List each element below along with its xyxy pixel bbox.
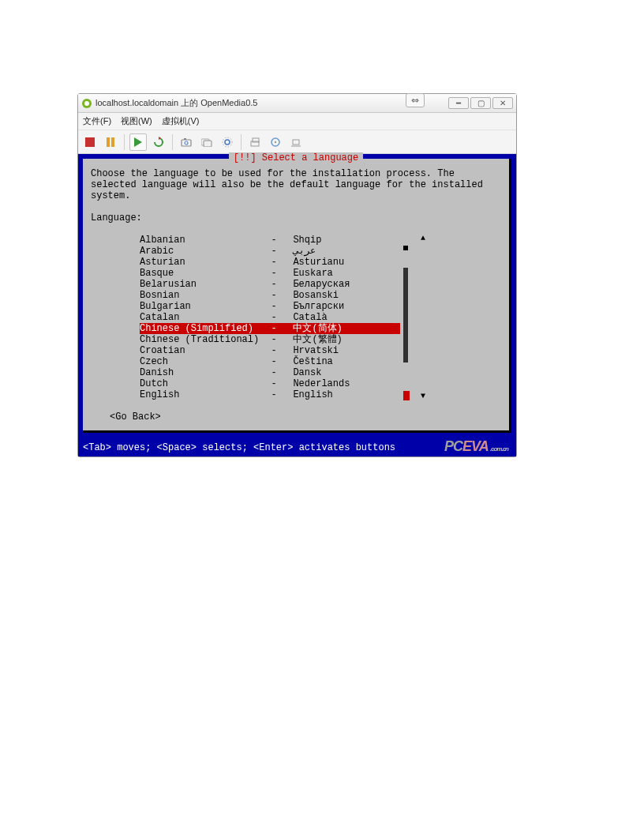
select-language-dialog: [!!] Select a language Choose the langua… — [83, 159, 511, 433]
svg-point-1 — [84, 101, 89, 106]
language-native: Dansk — [282, 367, 400, 378]
language-native: Català — [282, 312, 400, 323]
svg-rect-3 — [107, 137, 110, 147]
language-option[interactable]: Dutch- Nederlands — [140, 378, 400, 389]
separator: - — [266, 345, 282, 356]
language-native: Беларуская — [282, 279, 400, 290]
cd-icon[interactable] — [267, 133, 284, 151]
language-name: Bulgarian — [140, 301, 266, 312]
watermark: PCEVA.com.cn — [444, 438, 508, 455]
language-option[interactable]: Bulgarian- Български — [140, 301, 400, 312]
svg-rect-4 — [111, 137, 114, 147]
vm-console-window: localhost.localdomain 上的 OpenMedia0.5 ⇔ … — [77, 93, 517, 457]
language-native: عربي — [282, 246, 400, 257]
language-native: English — [282, 389, 400, 400]
language-option[interactable]: Chinese (Traditional)- 中文(繁體) — [140, 334, 400, 345]
language-option[interactable]: Catalan- Català — [140, 312, 400, 323]
settings-button[interactable] — [219, 133, 236, 151]
language-name: Catalan — [140, 312, 266, 323]
language-name: Belarusian — [140, 279, 266, 290]
separator: - — [266, 334, 282, 345]
separator: - — [266, 257, 282, 268]
language-option[interactable]: Danish- Dansk — [140, 367, 400, 378]
language-name: Arabic — [140, 246, 266, 257]
svg-rect-11 — [204, 141, 212, 147]
floppy-icon[interactable] — [246, 133, 264, 151]
language-option[interactable]: English- English — [140, 389, 400, 400]
language-native: Čeština — [282, 356, 400, 367]
menu-view[interactable]: 视图(W) — [121, 115, 152, 127]
scroll-cursor-marker — [403, 391, 410, 400]
language-name: Basque — [140, 268, 266, 279]
menu-vm[interactable]: 虚拟机(V) — [162, 115, 200, 127]
separator: - — [266, 301, 282, 312]
scroll-tick — [403, 246, 408, 250]
menu-file[interactable]: 文件(F) — [83, 115, 111, 127]
network-icon[interactable] — [287, 133, 305, 151]
language-name: Bosnian — [140, 290, 266, 301]
snapshot-button[interactable] — [178, 133, 195, 151]
toolbar-separator — [241, 134, 242, 150]
separator: - — [266, 389, 282, 400]
language-native: Bosanski — [282, 290, 400, 301]
language-label: Language: — [91, 212, 501, 224]
dialog-description: Choose the language to be used for the i… — [91, 168, 501, 201]
snapshot-manager-button[interactable] — [198, 133, 215, 151]
maximize-button[interactable]: ▢ — [470, 97, 491, 109]
scroll-down-arrow[interactable]: ▼ — [421, 391, 425, 402]
separator: - — [266, 246, 282, 257]
language-native: 中文(简体) — [282, 323, 400, 334]
close-button[interactable]: ✕ — [492, 97, 513, 109]
toolbar-separator — [124, 134, 125, 150]
stop-button[interactable] — [81, 133, 99, 151]
scroll-thumb[interactable] — [403, 268, 408, 363]
console-content: [!!] Select a language Choose the langua… — [78, 154, 516, 456]
language-native: Asturianu — [282, 257, 400, 268]
separator: - — [266, 367, 282, 378]
reset-button[interactable] — [150, 133, 167, 151]
language-native: Български — [282, 301, 400, 312]
language-native: Hrvatski — [282, 345, 400, 356]
window-title: localhost.localdomain 上的 OpenMedia0.5 — [95, 97, 448, 109]
separator: - — [266, 356, 282, 367]
language-native: Euskara — [282, 268, 400, 279]
language-option[interactable]: Bosnian- Bosanski — [140, 290, 400, 301]
toolbar — [78, 130, 516, 154]
svg-rect-18 — [293, 140, 299, 145]
play-button[interactable] — [129, 133, 147, 151]
menubar: 文件(F) 视图(W) 虚拟机(V) — [78, 113, 516, 130]
language-option[interactable]: Czech- Čeština — [140, 356, 400, 367]
language-list[interactable]: ▲ ▼ Albanian- ShqipArabic- عربيAsturian-… — [140, 235, 400, 400]
pause-button[interactable] — [102, 133, 119, 151]
language-native: Nederlands — [282, 378, 400, 389]
titlebar[interactable]: localhost.localdomain 上的 OpenMedia0.5 ⇔ … — [78, 94, 516, 113]
language-option[interactable]: Chinese (Simplified)- 中文(简体) — [140, 323, 400, 334]
language-native: 中文(繁體) — [282, 334, 400, 345]
language-option[interactable]: Basque- Euskara — [140, 268, 400, 279]
language-option[interactable]: Albanian- Shqip — [140, 235, 400, 246]
app-icon — [81, 98, 92, 109]
language-name: Dutch — [140, 378, 266, 389]
language-option[interactable]: Arabic- عربي — [140, 246, 400, 257]
svg-point-13 — [223, 137, 232, 147]
minimize-button[interactable]: ━ — [448, 97, 469, 109]
language-native: Shqip — [282, 235, 400, 246]
language-name: Czech — [140, 356, 266, 367]
language-name: Chinese (Simplified) — [140, 323, 266, 334]
language-option[interactable]: Asturian- Asturianu — [140, 257, 400, 268]
scroll-up-arrow[interactable]: ▲ — [421, 233, 425, 244]
svg-rect-9 — [184, 138, 186, 140]
language-name: Albanian — [140, 235, 266, 246]
separator: - — [266, 268, 282, 279]
separator: - — [266, 290, 282, 301]
go-back-button[interactable]: <Go Back> — [110, 411, 501, 423]
popout-button[interactable]: ⇔ — [406, 93, 425, 107]
language-name: Danish — [140, 367, 266, 378]
scrollbar[interactable]: ▲ ▼ — [403, 235, 408, 400]
svg-rect-7 — [182, 140, 191, 146]
language-option[interactable]: Belarusian- Беларуская — [140, 279, 400, 290]
language-name: English — [140, 389, 266, 400]
dialog-title: [!!] Select a language — [229, 152, 363, 163]
language-option[interactable]: Croatian- Hrvatski — [140, 345, 400, 356]
separator: - — [266, 312, 282, 323]
